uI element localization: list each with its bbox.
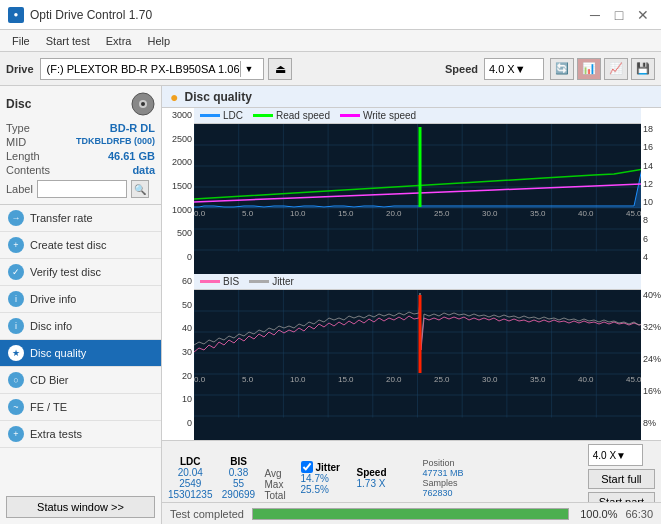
total-bis-value: 290699 bbox=[222, 489, 255, 500]
chart1-y-left: 050010001500200025003000 bbox=[162, 108, 194, 274]
max-bis-value: 55 bbox=[233, 478, 244, 489]
graph1-icon-btn[interactable]: 📊 bbox=[577, 58, 601, 80]
speed-dropdown[interactable]: 4.0 X▼ bbox=[484, 58, 544, 80]
menu-file[interactable]: File bbox=[4, 33, 38, 49]
disc-info-label: Disc info bbox=[30, 320, 72, 332]
maximize-button[interactable]: □ bbox=[609, 5, 629, 25]
speed-stat-header: Speed bbox=[357, 467, 417, 478]
cd-bier-icon: ○ bbox=[8, 372, 24, 388]
svg-text:10.0: 10.0 bbox=[290, 209, 306, 218]
fe-te-icon: ~ bbox=[8, 399, 24, 415]
chart1-y-right: 4681012141618 bbox=[641, 108, 661, 274]
svg-text:5.0: 5.0 bbox=[242, 209, 254, 218]
sidebar-item-verify-test-disc[interactable]: ✓ Verify test disc bbox=[0, 259, 161, 286]
minimize-button[interactable]: ─ bbox=[585, 5, 605, 25]
sidebar-item-create-test-disc[interactable]: + Create test disc bbox=[0, 232, 161, 259]
speed-stat-value: 1.73 X bbox=[357, 478, 417, 489]
save-icon-btn[interactable]: 💾 bbox=[631, 58, 655, 80]
svg-text:20.0: 20.0 bbox=[386, 375, 402, 384]
chart2-y-right: 8%16%24%32%40% bbox=[641, 274, 661, 440]
extra-tests-label: Extra tests bbox=[30, 428, 82, 440]
ldc-legend-label: LDC bbox=[223, 110, 243, 121]
drive-dropdown[interactable]: (F:) PLEXTOR BD-R PX-LB950SA 1.06 ▼ bbox=[40, 58, 265, 80]
menu-start-test[interactable]: Start test bbox=[38, 33, 98, 49]
drive-label: Drive bbox=[6, 63, 34, 75]
label-input[interactable] bbox=[37, 180, 127, 198]
close-button[interactable]: ✕ bbox=[633, 5, 653, 25]
speed-stat-dropdown[interactable]: 4.0 X▼ bbox=[588, 444, 643, 466]
stats-bar: LDC 20.04 2549 15301235 BIS 0.38 55 2906… bbox=[162, 440, 661, 502]
position-label: Position bbox=[423, 458, 493, 468]
read-speed-legend-label: Read speed bbox=[276, 110, 330, 121]
chart2-svg: 0.0 5.0 10.0 15.0 20.0 25.0 30.0 35.0 40… bbox=[194, 290, 641, 440]
menu-help[interactable]: Help bbox=[139, 33, 178, 49]
app-icon: ● bbox=[8, 7, 24, 23]
speed-dropdown-value: 4.0 X bbox=[593, 450, 616, 461]
create-test-disc-icon: + bbox=[8, 237, 24, 253]
eject-button[interactable]: ⏏ bbox=[268, 58, 292, 80]
drive-value: (F:) PLEXTOR BD-R PX-LB950SA 1.06 bbox=[47, 63, 240, 75]
jitter-legend-label: Jitter bbox=[272, 276, 294, 287]
svg-text:40.0: 40.0 bbox=[578, 209, 594, 218]
dq-icon: ● bbox=[170, 89, 178, 105]
bis-header: BIS bbox=[230, 456, 247, 467]
avg-ldc-value: 20.04 bbox=[178, 467, 203, 478]
svg-text:15.0: 15.0 bbox=[338, 209, 354, 218]
max-jitter-value: 25.5% bbox=[301, 484, 351, 495]
sidebar-item-extra-tests[interactable]: + Extra tests bbox=[0, 421, 161, 448]
sidebar-item-disc-quality[interactable]: ★ Disc quality bbox=[0, 340, 161, 367]
ldc-legend-color bbox=[200, 114, 220, 117]
svg-point-2 bbox=[141, 102, 145, 106]
chart2-y-left: 0102030405060 bbox=[162, 274, 194, 440]
status-window-button[interactable]: Status window >> bbox=[6, 496, 155, 518]
jitter-checkbox[interactable] bbox=[301, 461, 313, 473]
toolbar-icons: 🔄 📊 📈 💾 bbox=[550, 58, 655, 80]
length-label: Length bbox=[6, 150, 40, 162]
refresh-icon-btn[interactable]: 🔄 bbox=[550, 58, 574, 80]
progress-time: 66:30 bbox=[625, 508, 653, 520]
svg-text:30.0: 30.0 bbox=[482, 209, 498, 218]
window-controls: ─ □ ✕ bbox=[585, 5, 653, 25]
drive-info-label: Drive info bbox=[30, 293, 76, 305]
bis-legend-color bbox=[200, 280, 220, 283]
start-part-button[interactable]: Start part bbox=[588, 492, 655, 502]
svg-text:0.0: 0.0 bbox=[194, 375, 206, 384]
content-area: ● Disc quality 050010001500200025003000 bbox=[162, 86, 661, 524]
progress-fill bbox=[253, 509, 568, 519]
svg-text:0.0: 0.0 bbox=[194, 209, 206, 218]
disc-quality-label: Disc quality bbox=[30, 347, 86, 359]
svg-text:5.0: 5.0 bbox=[242, 375, 254, 384]
sidebar-item-drive-info[interactable]: i Drive info bbox=[0, 286, 161, 313]
sidebar: Disc Type BD-R DL MID TDKBLDRFB (000) bbox=[0, 86, 162, 524]
sidebar-item-fe-te[interactable]: ~ FE / TE bbox=[0, 394, 161, 421]
nav-list: → Transfer rate + Create test disc ✓ Ver… bbox=[0, 205, 161, 448]
drive-selector: (F:) PLEXTOR BD-R PX-LB950SA 1.06 ▼ ⏏ bbox=[40, 58, 439, 80]
verify-test-disc-label: Verify test disc bbox=[30, 266, 101, 278]
sidebar-item-disc-info[interactable]: i Disc info bbox=[0, 313, 161, 340]
svg-text:10.0: 10.0 bbox=[290, 375, 306, 384]
start-full-button[interactable]: Start full bbox=[588, 469, 655, 489]
mid-value: TDKBLDRFB (000) bbox=[76, 136, 155, 148]
contents-label: Contents bbox=[6, 164, 50, 176]
dq-title: Disc quality bbox=[184, 90, 251, 104]
toolbar: Drive (F:) PLEXTOR BD-R PX-LB950SA 1.06 … bbox=[0, 52, 661, 86]
menu-extra[interactable]: Extra bbox=[98, 33, 140, 49]
speed-label: Speed bbox=[445, 63, 478, 75]
svg-text:25.0: 25.0 bbox=[434, 209, 450, 218]
titlebar: ● Opti Drive Control 1.70 ─ □ ✕ bbox=[0, 0, 661, 30]
sidebar-item-cd-bier[interactable]: ○ CD Bier bbox=[0, 367, 161, 394]
graph2-icon-btn[interactable]: 📈 bbox=[604, 58, 628, 80]
chart1-legend: LDC Read speed Write speed bbox=[194, 108, 641, 124]
label-search-button[interactable]: 🔍 bbox=[131, 180, 149, 198]
max-ldc-value: 2549 bbox=[179, 478, 201, 489]
length-value: 46.61 GB bbox=[108, 150, 155, 162]
speed-value: 4.0 X bbox=[489, 63, 515, 75]
max-row-label: Max bbox=[265, 479, 284, 490]
disc-panel: Disc Type BD-R DL MID TDKBLDRFB (000) bbox=[0, 86, 161, 205]
label-label: Label bbox=[6, 183, 33, 195]
svg-text:15.0: 15.0 bbox=[338, 375, 354, 384]
cd-bier-label: CD Bier bbox=[30, 374, 69, 386]
sidebar-item-transfer-rate[interactable]: → Transfer rate bbox=[0, 205, 161, 232]
disc-icon bbox=[131, 92, 155, 116]
avg-jitter-value: 14.7% bbox=[301, 473, 351, 484]
